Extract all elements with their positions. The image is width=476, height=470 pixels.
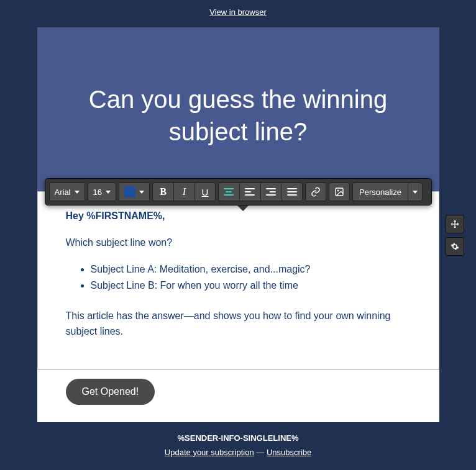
rich-text-toolbar: Arial 16 B I U [45, 178, 432, 206]
personalize-group: Personalize [352, 183, 423, 201]
image-icon [334, 187, 344, 197]
gear-icon [451, 242, 459, 251]
align-justify-button[interactable] [281, 183, 303, 201]
list-item: Subject Line A: Meditation, exercise, an… [91, 262, 411, 278]
align-right-icon [266, 188, 276, 196]
font-size-value: 16 [93, 188, 102, 197]
followup-text: This article has the answer—and shows yo… [66, 309, 411, 340]
font-size-select[interactable]: 16 [88, 183, 116, 201]
insert-image-button[interactable] [329, 183, 350, 201]
block-side-controls [446, 215, 464, 256]
svg-point-1 [337, 190, 339, 192]
sender-info: %SENDER-INFO-SINGLELINE% [37, 433, 439, 443]
chevron-down-icon [139, 191, 144, 194]
list-item: Subject Line B: For when you worry all t… [91, 278, 411, 294]
cta-button[interactable]: Get Opened! [66, 379, 155, 405]
personalize-button[interactable]: Personalize [352, 183, 408, 201]
view-in-browser-link[interactable]: View in browser [209, 7, 267, 17]
chevron-down-icon [75, 191, 80, 194]
align-center-button[interactable] [239, 183, 260, 201]
email-body-block[interactable]: Hey %FIRSTNAME%, Which subject line won?… [37, 191, 439, 369]
footer-separator: — [254, 448, 267, 457]
color-swatch [124, 186, 135, 197]
align-left-icon [224, 188, 234, 196]
align-right-button[interactable] [260, 183, 281, 201]
chevron-down-icon [106, 191, 111, 194]
text-style-group: B I U [152, 183, 216, 201]
email-canvas: Can you guess the winning subject line? … [37, 27, 439, 464]
alignment-group [218, 183, 303, 201]
chevron-down-icon [413, 191, 418, 194]
email-footer: %SENDER-INFO-SINGLELINE% Update your sub… [37, 422, 439, 464]
toolbar-pointer [237, 206, 249, 211]
insert-link-button[interactable] [305, 183, 326, 201]
move-icon [451, 220, 459, 228]
font-family-select[interactable]: Arial [49, 183, 85, 201]
email-header: Can you guess the winning subject line? [37, 27, 439, 191]
unsubscribe-link[interactable]: Unsubscribe [267, 448, 311, 457]
headline: Can you guess the winning subject line? [62, 83, 414, 148]
align-left-button[interactable] [218, 183, 239, 201]
align-justify-icon [287, 188, 297, 196]
cta-block: Get Opened! [37, 369, 439, 422]
font-family-value: Arial [55, 188, 71, 197]
bullet-list: Subject Line A: Meditation, exercise, an… [66, 262, 411, 294]
move-block-button[interactable] [446, 215, 464, 233]
personalize-label: Personalize [359, 188, 401, 197]
underline-button[interactable]: U [195, 183, 216, 201]
intro-text: Which subject line won? [66, 235, 411, 251]
italic-button[interactable]: I [173, 183, 195, 201]
font-color-select[interactable] [119, 183, 150, 201]
update-subscription-link[interactable]: Update your subscription [165, 448, 254, 457]
personalize-more-button[interactable] [408, 183, 423, 201]
align-center-icon [245, 188, 255, 196]
link-icon [311, 187, 321, 197]
bold-button[interactable]: B [152, 183, 173, 201]
block-settings-button[interactable] [446, 237, 464, 256]
